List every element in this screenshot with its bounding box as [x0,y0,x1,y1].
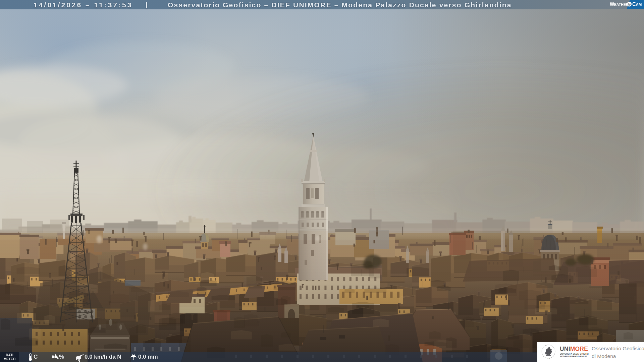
svg-text:1175: 1175 [547,358,550,360]
svg-text:EATHER: EATHER [614,2,629,7]
svg-text:AM: AM [636,2,642,7]
svg-text:W: W [610,1,614,7]
svg-text:C: C [632,1,636,7]
